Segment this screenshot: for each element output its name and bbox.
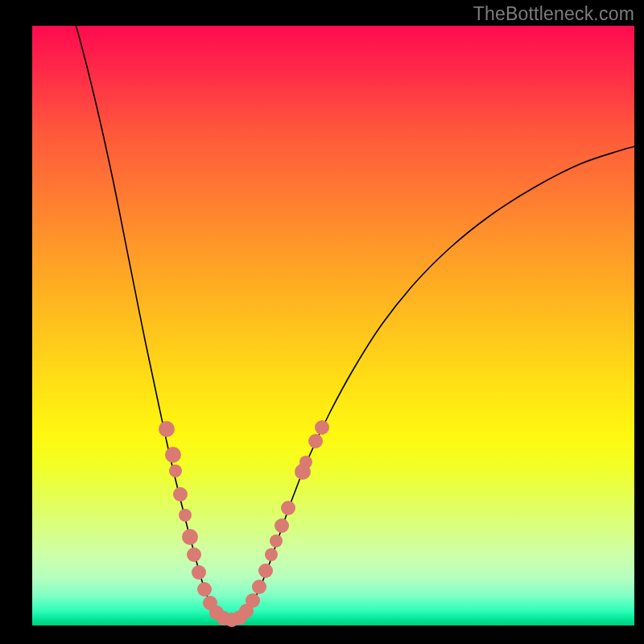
data-marker: [299, 456, 312, 469]
data-marker: [187, 547, 201, 562]
data-marker: [252, 580, 266, 594]
data-markers: [159, 420, 329, 627]
data-marker: [270, 535, 283, 547]
data-marker: [315, 420, 329, 435]
data-marker: [258, 564, 273, 578]
chart-svg: [32, 26, 634, 625]
data-marker: [246, 593, 260, 608]
plot-area: [32, 26, 634, 625]
bottleneck-curve: [66, 0, 634, 621]
data-marker: [265, 548, 278, 561]
data-marker: [281, 501, 295, 515]
data-marker: [197, 582, 212, 597]
data-marker: [308, 434, 323, 448]
data-marker: [169, 464, 182, 477]
data-marker: [275, 518, 289, 533]
watermark-text: TheBottleneck.com: [473, 3, 634, 25]
data-marker: [179, 509, 192, 522]
data-marker: [165, 447, 181, 463]
chart-frame: TheBottleneck.com: [0, 0, 644, 644]
data-marker: [173, 487, 188, 502]
data-marker: [182, 529, 198, 545]
data-marker: [159, 421, 175, 437]
data-marker: [192, 565, 206, 580]
